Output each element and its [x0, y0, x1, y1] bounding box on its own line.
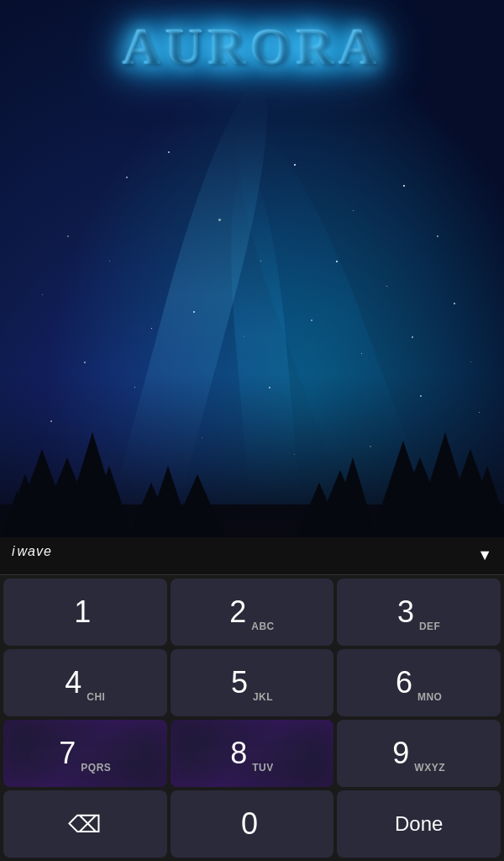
key-5-letters: JKL: [253, 691, 273, 703]
key-8-number: 8: [230, 738, 247, 769]
key-2[interactable]: 2 ABC: [171, 578, 334, 646]
key-9[interactable]: 9 WXYZ: [337, 720, 501, 787]
key-7-number: 7: [59, 738, 76, 769]
key-4-letters: CHI: [87, 691, 105, 703]
key-1[interactable]: 1: [3, 578, 167, 646]
backspace-button[interactable]: ⌫: [3, 790, 167, 858]
key-grid: 1 2 ABC 3 DEF 4 CHI 5 JKL 6 MNO 7 PQRS: [0, 575, 504, 790]
dropdown-icon[interactable]: ▼: [477, 547, 492, 564]
done-button[interactable]: Done: [337, 790, 501, 858]
tree-silhouette: [0, 373, 504, 541]
wave-logo: iwave: [12, 544, 54, 568]
key-9-letters: WXYZ: [414, 762, 445, 774]
key-7[interactable]: 7 PQRS: [3, 720, 167, 787]
key-3-number: 3: [397, 597, 414, 627]
key-6-letters: MNO: [417, 691, 443, 703]
key-3[interactable]: 3 DEF: [337, 578, 501, 646]
key-7-letters: PQRS: [81, 762, 111, 774]
key-0[interactable]: 0: [171, 790, 334, 858]
key-4[interactable]: 4 CHI: [3, 649, 167, 716]
app-title-container: AURORA: [0, 17, 504, 77]
key-4-number: 4: [65, 668, 81, 698]
key-8[interactable]: 8 TUV: [171, 720, 334, 787]
key-5[interactable]: 5 JKL: [171, 649, 334, 716]
key-6-number: 6: [396, 668, 412, 698]
keyboard-container: iwave ▼ 1 2 ABC 3 DEF 4 CHI 5 JKL 6 MNO: [0, 537, 504, 861]
bottom-row: ⌫ 0 Done: [0, 790, 504, 861]
key-3-letters: DEF: [419, 621, 441, 632]
key-8-letters: TUV: [252, 762, 274, 774]
key-2-number: 2: [229, 597, 246, 627]
key-0-number: 0: [241, 809, 258, 839]
key-1-number: 1: [74, 597, 91, 627]
key-6[interactable]: 6 MNO: [337, 649, 501, 716]
key-5-number: 5: [231, 668, 248, 698]
wave-logo-symbol: i: [12, 544, 16, 558]
key-9-number: 9: [392, 738, 409, 769]
backspace-icon: ⌫: [68, 811, 102, 838]
app-title: AURORA: [0, 17, 504, 77]
key-2-letters: ABC: [251, 621, 275, 632]
keyboard-header: iwave ▼: [0, 537, 504, 575]
